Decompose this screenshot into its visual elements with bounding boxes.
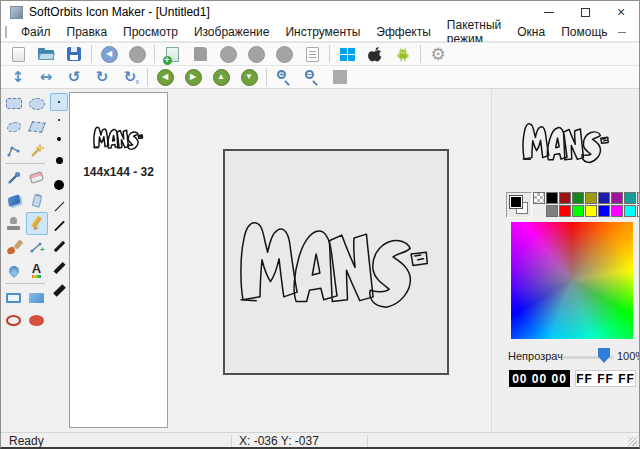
brush-size-selected[interactable] xyxy=(50,93,68,111)
palette-swatch[interactable] xyxy=(624,205,636,217)
windows-format-button[interactable] xyxy=(336,44,358,64)
line-width-5[interactable] xyxy=(53,284,66,297)
palette-swatch[interactable] xyxy=(559,192,571,204)
rotate-x-icon: ↻ xyxy=(124,70,137,85)
palette-swatch[interactable] xyxy=(598,205,610,217)
remove-image-button[interactable] xyxy=(189,44,211,64)
shift-down-button[interactable]: ▼ xyxy=(238,67,260,87)
tool-ellipse-filled[interactable] xyxy=(26,309,48,332)
line-width-4[interactable] xyxy=(53,262,65,274)
palette-swatch[interactable] xyxy=(611,205,623,217)
resize-grip-icon[interactable] xyxy=(628,437,637,446)
tool-fill[interactable] xyxy=(3,189,25,212)
palette-swatch[interactable] xyxy=(585,192,597,204)
redo-button[interactable] xyxy=(126,44,148,64)
shift-left-button[interactable]: ◀ xyxy=(154,67,176,87)
fg-bg-color-selector[interactable] xyxy=(506,192,532,218)
menu-image[interactable]: Изображение xyxy=(186,23,278,41)
tool-polygon-select[interactable] xyxy=(26,115,48,138)
palette-swatch[interactable] xyxy=(533,192,545,204)
palette-swatch[interactable] xyxy=(572,205,584,217)
tool-ellipse-outline[interactable] xyxy=(3,309,25,332)
palette-swatch[interactable] xyxy=(572,192,584,204)
opacity-value: 100% xyxy=(617,350,640,362)
tool-brush[interactable] xyxy=(3,235,25,258)
tool-rect-outline[interactable] xyxy=(3,286,25,309)
minimize-button[interactable] xyxy=(531,1,567,23)
tool-lasso-select[interactable] xyxy=(3,115,25,138)
title-bar[interactable]: SoftOrbits Icon Maker - [Untitled1] × xyxy=(1,1,639,23)
brush-size-1[interactable] xyxy=(58,119,60,121)
tool-stamp[interactable] xyxy=(3,212,25,235)
line-width-2[interactable] xyxy=(54,221,65,232)
menu-edit[interactable]: Правка xyxy=(59,23,116,41)
arrow-right-icon: ▶ xyxy=(185,69,202,86)
tool-text[interactable]: A xyxy=(26,258,48,281)
tool-node[interactable] xyxy=(3,138,25,161)
maximize-button[interactable] xyxy=(567,1,603,23)
stamp-icon xyxy=(7,217,20,230)
icon-list-panel: 144x144 - 32 xyxy=(69,92,168,428)
save-button[interactable] xyxy=(63,44,85,64)
opacity-slider-handle[interactable] xyxy=(598,348,610,363)
tool-eraser[interactable] xyxy=(26,166,48,189)
tool-rect-select[interactable] xyxy=(3,92,25,115)
rotate-x-button[interactable]: ↻ xyxy=(119,67,141,87)
image-list-button[interactable] xyxy=(301,44,323,64)
apple-format-button[interactable] xyxy=(364,44,386,64)
shift-right-button[interactable]: ▶ xyxy=(182,67,204,87)
menu-effects[interactable]: Эффекты xyxy=(368,23,439,41)
palette-swatch[interactable] xyxy=(546,192,558,204)
menu-file[interactable]: Файл xyxy=(13,23,59,41)
palette-swatch[interactable] xyxy=(559,205,571,217)
menu-windows[interactable]: Окна xyxy=(509,23,553,41)
open-button[interactable] xyxy=(35,44,57,64)
tool-curve[interactable]: + xyxy=(26,235,48,258)
actual-size-button[interactable] xyxy=(329,67,351,87)
resize-vertical-button[interactable]: ↕ xyxy=(7,67,29,87)
settings-button[interactable]: ⚙ xyxy=(427,44,449,64)
windows-logo-icon xyxy=(340,48,355,61)
foreground-color-swatch[interactable] xyxy=(510,196,522,208)
android-format-button[interactable] xyxy=(392,44,414,64)
tool-rect-filled[interactable] xyxy=(26,286,48,309)
icon-list-item[interactable]: 144x144 - 32 xyxy=(70,121,167,179)
mdi-minimize-button[interactable] xyxy=(616,26,628,38)
foreground-hex-value[interactable]: 00 00 00 xyxy=(509,370,570,387)
shift-up-button[interactable]: ▲ xyxy=(210,67,232,87)
color-gradient-picker[interactable] xyxy=(511,222,633,339)
brush-size-3[interactable] xyxy=(56,157,63,164)
tool-magic-wand[interactable] xyxy=(26,138,48,161)
menu-help[interactable]: Помощь xyxy=(553,23,615,41)
tool-pencil[interactable] xyxy=(26,212,48,235)
undo-button[interactable]: ◀ xyxy=(98,44,120,64)
brush-size-2[interactable] xyxy=(57,137,61,141)
resize-horizontal-button[interactable]: ↔ xyxy=(35,67,57,87)
brush-size-4[interactable] xyxy=(54,180,64,190)
new-button[interactable] xyxy=(7,44,29,64)
menu-view[interactable]: Просмотр xyxy=(115,23,186,41)
drawing-canvas[interactable] xyxy=(223,149,449,375)
tool-eyedropper[interactable] xyxy=(3,166,25,189)
mdi-document-icon[interactable] xyxy=(5,26,7,38)
line-width-3[interactable] xyxy=(53,241,64,252)
palette-swatch[interactable] xyxy=(585,205,597,217)
palette-swatch[interactable] xyxy=(546,205,558,217)
zoom-out-button[interactable]: − xyxy=(301,67,323,87)
palette-swatch[interactable] xyxy=(624,192,636,204)
zoom-in-button[interactable]: + xyxy=(273,67,295,87)
minimize-icon xyxy=(544,12,554,13)
palette-swatch[interactable] xyxy=(598,192,610,204)
menu-tools[interactable]: Инструменты xyxy=(277,23,368,41)
add-image-button[interactable] xyxy=(161,44,183,64)
palette-swatch[interactable] xyxy=(611,192,623,204)
rotate-ccw-button[interactable]: ↺ xyxy=(63,67,85,87)
arrow-down-icon: ▼ xyxy=(241,69,258,86)
background-hex-value[interactable]: FF FF FF xyxy=(575,370,636,387)
close-button[interactable]: × xyxy=(603,1,639,23)
tool-blur-drop[interactable] xyxy=(3,258,25,281)
tool-ellipse-select[interactable] xyxy=(26,92,48,115)
line-width-1[interactable] xyxy=(54,202,64,212)
tool-spray[interactable] xyxy=(26,189,48,212)
rotate-cw-button[interactable]: ↻ xyxy=(91,67,113,87)
